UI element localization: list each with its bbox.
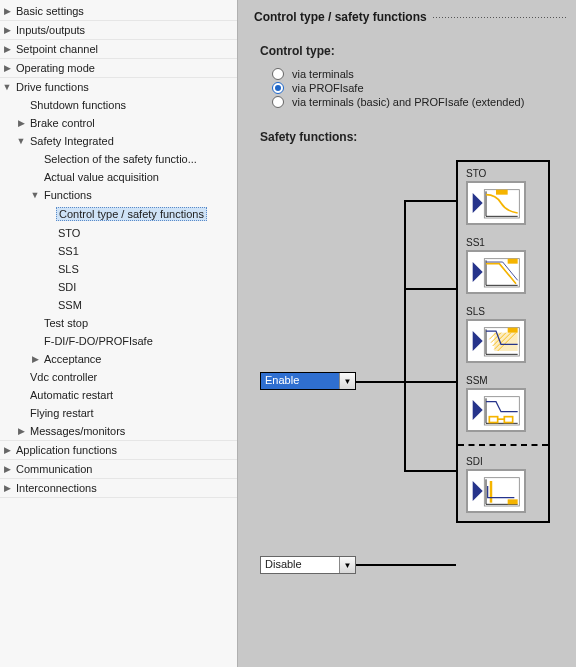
svg-marker-0 — [473, 193, 483, 213]
content-panel: Control type / safety functions Control … — [238, 0, 576, 667]
tree-label: Acceptance — [42, 353, 103, 365]
tree-label: Shutdown functions — [28, 99, 128, 111]
sdi-graph-icon — [466, 469, 526, 513]
func-sdi-item[interactable]: SDI — [466, 456, 540, 513]
func-sls-item[interactable]: SLS — [466, 306, 540, 363]
tree-label: Control type / safety functions — [56, 207, 207, 221]
tree-item-ss1[interactable]: SS1 — [42, 242, 237, 260]
enable-dropdown[interactable]: Enable ▼ — [260, 372, 356, 390]
tree-label: Inputs/outputs — [14, 24, 87, 36]
svg-rect-5 — [508, 259, 518, 264]
chevron-right-icon[interactable]: ▶ — [16, 426, 26, 436]
tree-item-msgs-monitors[interactable]: ▶Messages/monitors — [14, 422, 237, 440]
tree-label: Vdc controller — [28, 371, 99, 383]
tree-label: Functions — [42, 189, 94, 201]
svg-marker-3 — [473, 262, 483, 282]
chevron-down-icon[interactable]: ▼ — [339, 373, 355, 389]
tree-label: SS1 — [56, 245, 81, 257]
chevron-right-icon[interactable]: ▶ — [2, 25, 12, 35]
separator-icon — [458, 444, 548, 446]
ssm-graph-icon — [466, 388, 526, 432]
dropdown-value: Disable — [261, 557, 339, 573]
tree-item-auto-restart[interactable]: Automatic restart — [14, 386, 237, 404]
radio-via-profisafe[interactable]: via PROFIsafe — [272, 82, 566, 94]
func-ss1-item[interactable]: SS1 — [466, 237, 540, 294]
tree-label: Interconnections — [14, 482, 99, 494]
chevron-down-icon[interactable]: ▼ — [339, 557, 355, 573]
tree-item-flying-restart[interactable]: Flying restart — [14, 404, 237, 422]
tree-item-shutdown-functions[interactable]: Shutdown functions — [14, 96, 237, 114]
svg-rect-8 — [508, 328, 518, 333]
svg-marker-15 — [473, 400, 483, 420]
tree-label: Flying restart — [28, 407, 96, 419]
tree-item-sls[interactable]: SLS — [42, 260, 237, 278]
tree-label: Automatic restart — [28, 389, 115, 401]
tree-item-communication[interactable]: ▶Communication — [0, 460, 237, 478]
tree-item-vdc[interactable]: Vdc controller — [14, 368, 237, 386]
sto-graph-icon — [466, 181, 526, 225]
tree-label: F-DI/F-DO/PROFIsafe — [42, 335, 155, 347]
chevron-right-icon[interactable]: ▶ — [2, 445, 12, 455]
func-label: STO — [466, 168, 540, 179]
radio-via-terminals-profisafe[interactable]: via terminals (basic) and PROFIsafe (ext… — [272, 96, 566, 108]
ss1-graph-icon — [466, 250, 526, 294]
tree-item-control-safety[interactable]: Control type / safety functions — [42, 204, 237, 224]
chevron-right-icon[interactable]: ▶ — [16, 118, 26, 128]
tree-item-sto[interactable]: STO — [42, 224, 237, 242]
func-ssm-item[interactable]: SSM — [466, 375, 540, 432]
tree-item-brake-control[interactable]: ▶Brake control — [14, 114, 237, 132]
chevron-right-icon[interactable]: ▶ — [2, 464, 12, 474]
dropdown-value: Enable — [261, 373, 339, 389]
tree-item-safety-integrated[interactable]: ▼Safety Integrated — [14, 132, 237, 150]
svg-rect-23 — [508, 499, 518, 504]
chevron-right-icon[interactable]: ▶ — [2, 63, 12, 73]
tree-item-functions[interactable]: ▼Functions — [28, 186, 237, 204]
chevron-right-icon[interactable]: ▶ — [2, 6, 12, 16]
radio-label: via PROFIsafe — [292, 82, 364, 94]
safety-functions-heading: Safety functions: — [260, 130, 566, 144]
tree-item-selection-safety[interactable]: Selection of the safety functio... — [28, 150, 237, 168]
tree-label: Setpoint channel — [14, 43, 100, 55]
tree-item-ssm[interactable]: SSM — [42, 296, 237, 314]
tree-label: SLS — [56, 263, 81, 275]
tree-item-operating-mode[interactable]: ▶Operating mode — [0, 59, 237, 77]
radio-selected-icon — [272, 82, 284, 94]
tree-item-interconnections[interactable]: ▶Interconnections — [0, 479, 237, 497]
func-label: SLS — [466, 306, 540, 317]
chevron-right-icon[interactable]: ▶ — [30, 354, 40, 364]
title-rule-icon — [433, 17, 566, 18]
tree-item-acceptance[interactable]: ▶Acceptance — [28, 350, 237, 368]
tree-label: Messages/monitors — [28, 425, 127, 437]
sls-graph-icon — [466, 319, 526, 363]
tree-item-basic-settings[interactable]: ▶Basic settings — [0, 2, 237, 20]
tree-label: Basic settings — [14, 5, 86, 17]
svg-rect-2 — [496, 190, 508, 195]
func-sto-item[interactable]: STO — [466, 168, 540, 225]
tree-label: Actual value acquisition — [42, 171, 161, 183]
tree-item-app-functions[interactable]: ▶Application functions — [0, 441, 237, 459]
tree-item-actual-value[interactable]: Actual value acquisition — [28, 168, 237, 186]
safety-functions-box: STO SS1 — [456, 160, 550, 523]
nav-tree-panel: ▶Basic settings ▶Inputs/outputs ▶Setpoin… — [0, 0, 238, 667]
svg-marker-6 — [473, 331, 483, 351]
chevron-down-icon[interactable]: ▼ — [2, 82, 12, 92]
disable-dropdown[interactable]: Disable ▼ — [260, 556, 356, 574]
radio-via-terminals[interactable]: via terminals — [272, 68, 566, 80]
tree-label: Safety Integrated — [28, 135, 116, 147]
tree-item-inputs-outputs[interactable]: ▶Inputs/outputs — [0, 21, 237, 39]
radio-icon — [272, 96, 284, 108]
tree-label: Application functions — [14, 444, 119, 456]
tree-item-setpoint-channel[interactable]: ▶Setpoint channel — [0, 40, 237, 58]
tree-label: Communication — [14, 463, 94, 475]
tree-label: SDI — [56, 281, 78, 293]
tree-item-drive-functions[interactable]: ▼Drive functions — [0, 78, 237, 96]
tree-item-test-stop[interactable]: Test stop — [28, 314, 237, 332]
chevron-down-icon[interactable]: ▼ — [16, 136, 26, 146]
chevron-down-icon[interactable]: ▼ — [30, 190, 40, 200]
radio-icon — [272, 68, 284, 80]
chevron-right-icon[interactable]: ▶ — [2, 44, 12, 54]
tree-item-fdi-fdo[interactable]: F-DI/F-DO/PROFIsafe — [28, 332, 237, 350]
tree-item-sdi[interactable]: SDI — [42, 278, 237, 296]
func-label: SS1 — [466, 237, 540, 248]
chevron-right-icon[interactable]: ▶ — [2, 483, 12, 493]
